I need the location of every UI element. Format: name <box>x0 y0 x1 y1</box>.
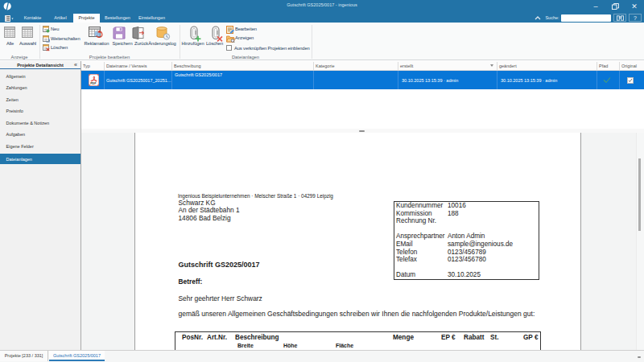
svg-text:PDF: PDF <box>90 82 97 85</box>
